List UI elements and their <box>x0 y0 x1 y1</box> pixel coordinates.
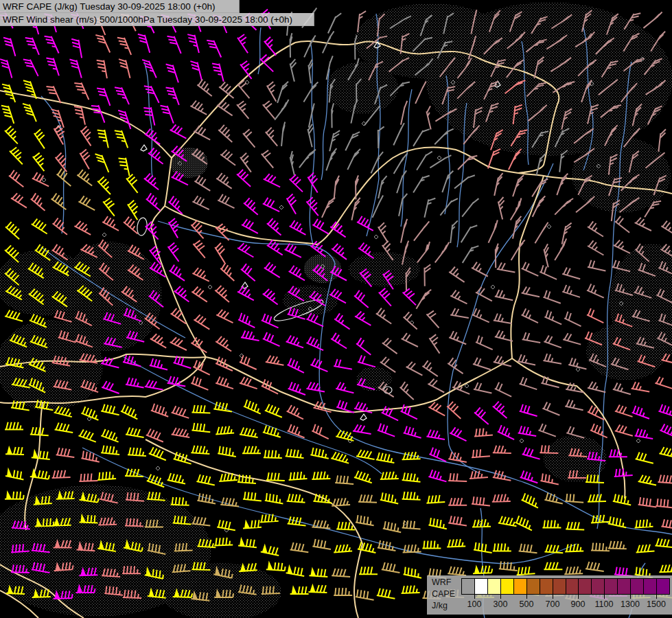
legend-color-box <box>591 578 605 595</box>
title-bar-windshear: WRF Wind shear (m/s) 500/1000hPa Tuesday… <box>0 13 314 26</box>
legend-tick-label: 100 <box>467 599 482 609</box>
legend-tick-label: 1300 <box>621 599 640 609</box>
title-cape-text: WRF CAPE (J/kg) Tuesday 30-09-2025 18:00… <box>3 1 216 12</box>
legend-color-box <box>540 578 553 595</box>
legend-tick <box>553 595 553 599</box>
legend-color-scale: 100300500700900110013001500 <box>427 575 672 615</box>
legend-tick <box>578 595 579 599</box>
title-bar-cape: WRF CAPE (J/kg) Tuesday 30-09-2025 18:00… <box>0 0 240 13</box>
legend-color-box <box>526 578 540 595</box>
legend-tick <box>630 595 631 599</box>
terrain-stipple <box>544 435 607 482</box>
legend-color-box <box>604 578 618 595</box>
legend-color-box <box>643 578 657 595</box>
legend-color-box <box>553 578 566 595</box>
terrain-stipple <box>327 62 398 114</box>
title-windshear-text: WRF Wind shear (m/s) 500/1000hPa Tuesday… <box>3 14 292 25</box>
weather-map <box>0 0 672 618</box>
terrain-stipple <box>0 250 89 316</box>
legend-tick <box>604 595 605 599</box>
legend-tick-label: 700 <box>546 599 560 609</box>
legend-color-box <box>630 578 644 595</box>
legend-tick-label: 300 <box>494 599 508 609</box>
legend-tick-label: 900 <box>571 599 586 609</box>
cape-legend: WRF CAPE J/kg 10030050070090011001300150… <box>427 575 672 615</box>
legend-color-box <box>617 578 631 595</box>
legend-color-box <box>461 578 475 595</box>
legend-color-box <box>487 578 501 595</box>
terrain-stipple <box>0 320 103 411</box>
legend-tick <box>474 595 475 599</box>
legend-tick-label: 1500 <box>647 599 666 609</box>
terrain-stipple <box>586 323 666 380</box>
legend-color-box <box>578 578 592 595</box>
legend-color-box <box>474 578 488 595</box>
legend-tick-label: 500 <box>520 599 534 609</box>
legend-tick <box>500 595 501 599</box>
legend-color-box <box>566 578 579 595</box>
weather-map-app: WRF CAPE (J/kg) Tuesday 30-09-2025 18:00… <box>0 0 672 618</box>
legend-tick <box>656 595 657 599</box>
legend-color-box <box>656 578 670 595</box>
legend-tick-label: 1100 <box>595 599 614 609</box>
legend-color-box <box>513 578 527 595</box>
legend-tick <box>526 595 527 599</box>
legend-color-box <box>500 578 514 595</box>
